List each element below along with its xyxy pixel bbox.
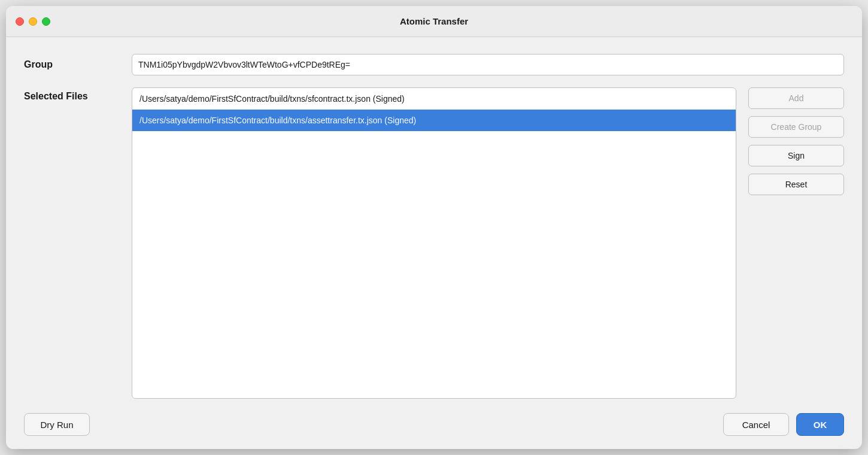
maximize-button[interactable] xyxy=(42,17,50,26)
group-input[interactable] xyxy=(132,54,844,75)
main-window: Atomic Transfer Group Selected Files /Us… xyxy=(6,6,862,449)
reset-button[interactable]: Reset xyxy=(748,174,844,195)
minimize-button[interactable] xyxy=(29,17,37,26)
action-buttons-panel: Add Create Group Sign Reset xyxy=(748,87,844,195)
title-bar: Atomic Transfer xyxy=(6,6,862,37)
window-title: Atomic Transfer xyxy=(400,16,468,26)
file-list-item[interactable]: /Users/satya/demo/FirstSfContract/build/… xyxy=(132,110,736,131)
create-group-button[interactable]: Create Group xyxy=(748,116,844,138)
window-content: Group Selected Files /Users/satya/demo/F… xyxy=(6,37,862,413)
group-row: Group xyxy=(24,54,844,75)
files-list[interactable]: /Users/satya/demo/FirstSfContract/build/… xyxy=(132,87,736,399)
bottom-right-buttons: Cancel OK xyxy=(723,413,844,436)
selected-files-label: Selected Files xyxy=(24,87,120,102)
files-section: Selected Files /Users/satya/demo/FirstSf… xyxy=(24,87,844,399)
bottom-bar: Dry Run Cancel OK xyxy=(6,413,862,449)
add-button[interactable]: Add xyxy=(748,87,844,109)
file-list-item[interactable]: /Users/satya/demo/FirstSfContract/build/… xyxy=(132,88,736,110)
cancel-button[interactable]: Cancel xyxy=(723,413,789,436)
sign-button[interactable]: Sign xyxy=(748,145,844,166)
ok-button[interactable]: OK xyxy=(796,413,844,436)
dry-run-button[interactable]: Dry Run xyxy=(24,413,90,436)
group-label: Group xyxy=(24,59,120,70)
traffic-lights xyxy=(16,17,50,26)
close-button[interactable] xyxy=(16,17,24,26)
